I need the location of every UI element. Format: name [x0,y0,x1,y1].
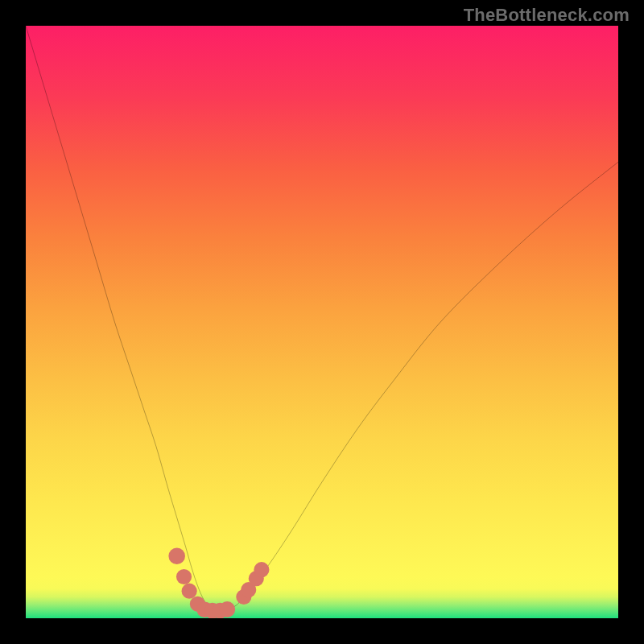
curve-marker [182,584,197,599]
curve-marker [219,601,235,617]
watermark-text: TheBottleneck.com [464,5,630,26]
marker-group [168,547,269,618]
bottleneck-curve [26,26,618,612]
curve-marker [168,547,185,564]
curve-marker [254,562,269,577]
chart-frame: TheBottleneck.com [0,0,644,644]
chart-svg [26,26,618,618]
plot-area [26,26,618,618]
curve-marker [176,569,192,584]
